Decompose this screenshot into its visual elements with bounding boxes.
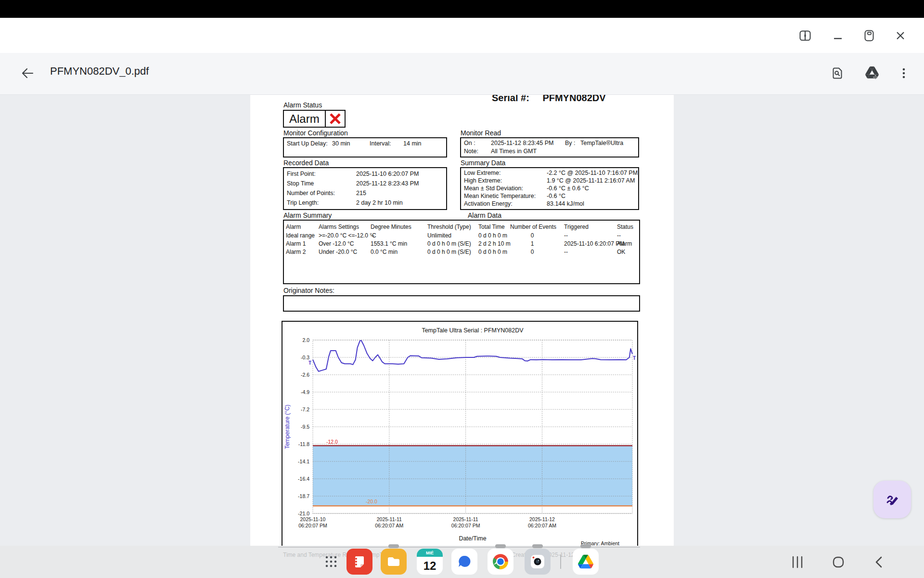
table-cell: 0.0 °C min [371,249,398,255]
series-start-marker: T [308,360,311,366]
temperature-chart: TempTale Ultra Serial : PFMYN082DV2.0-0.… [282,321,638,546]
table-cell: Interval: [370,140,391,147]
add-to-drive-button[interactable] [862,64,882,83]
table-cell: First Point: [287,171,316,177]
running-app-pill [388,544,399,548]
table-cell: Alarm [286,223,301,230]
window-title-bar [0,18,924,53]
y-tick-label: -14.1 [298,459,309,464]
x-tick-label: 2025-11-1006:20:07 PM [298,516,327,528]
table-cell: Alarm 2 [286,249,306,255]
x-tick-label: 2025-11-1106:20:07 PM [451,516,480,528]
alarm-status-value: Alarm [284,111,325,127]
calendar-weekday: MIÉ [417,549,443,557]
status-bar [0,0,924,18]
table-cell: -- [564,232,568,239]
google-drive-icon [578,554,593,569]
table-cell: Alarm 1 [286,240,306,247]
table-cell: 1 [510,240,554,247]
y-tick-label: -11.8 [298,441,309,447]
table-cell: 30 min [332,140,350,147]
messages-app[interactable] [451,549,477,575]
y-tick-label: -7.2 [301,407,309,412]
table-cell: Unlimited [427,232,451,239]
split-screen-icon [798,29,812,42]
table-cell: On : [464,140,475,146]
table-cell: 2025-11-10 6:20:07 PM [356,171,419,177]
originator-notes-box [283,295,640,312]
app-drawer-icon [324,554,338,569]
screen: PFMYN082DV_0.pdf [0,0,924,578]
summary-data-title: Summary Data [461,159,505,167]
y-tick-label: -18.7 [298,493,309,499]
table-cell: Threshold (Type) [427,223,471,230]
y-tick-label: -21.0 [298,511,309,516]
close-icon [894,29,907,42]
x-tick-label: 2025-11-1206:20:07 AM [528,516,556,528]
document-title: PFMYN082DV_0.pdf [50,65,149,78]
pdf-viewport[interactable]: Serial #: PFMYN082DV Alarm Status Alarm … [0,95,924,546]
table-cell: 1.9 °C @ 2025-11-11 2:16:07 AM [547,177,635,184]
google-drive-app[interactable] [573,549,599,575]
annotate-pen-icon [884,491,900,508]
find-in-document-button[interactable] [828,64,847,83]
table-cell: Start Up Delay: [287,140,328,147]
table-cell: 2025-11-10 6:20:07 PM [564,240,624,247]
annotate-fab[interactable] [873,481,911,518]
back-button[interactable] [17,64,37,83]
monitor-configuration-table: Start Up Delay:30 minInterval:14 min [283,137,447,158]
table-cell: 0 d 0 h 0 m [478,249,507,255]
split-screen-button[interactable] [797,27,813,44]
camera-app[interactable] [525,549,551,575]
table-cell: TempTale®Ultra [580,140,623,146]
table-cell: Total Time [478,223,505,230]
table-cell: -- [371,232,374,239]
table-cell: 0 d 0 h 0 m (S/E) [427,249,471,255]
y-tick-label: -0.3 [301,355,309,360]
nav-home-button[interactable] [831,554,846,570]
nav-recents-button[interactable] [790,554,805,570]
calendar-day: 12 [417,557,443,575]
table-cell: All Times in GMT [491,148,537,155]
table-cell: 215 [356,190,366,197]
y-tick-label: -4.9 [301,389,309,395]
table-cell: Triggered [564,223,589,230]
add-to-drive-icon [865,66,879,80]
summary-data-table: Low Extreme:-2.2 °C @ 2025-11-10 7:16:07… [460,167,639,210]
alarm-high-label: -12.0 [326,439,338,445]
minimize-button[interactable] [830,27,846,44]
table-cell: 0 [510,249,554,255]
alarm-low-label: -20.0 [366,499,377,504]
table-cell: Degree Minutes [371,223,411,230]
samsung-notes-app[interactable] [346,549,372,575]
table-cell: >=-20.0 °C <=-12.0 °C [319,232,376,239]
alarm-status-box: Alarm [283,110,346,128]
table-cell: Trip Length: [287,199,319,206]
alarm-status-label: Alarm Status [283,101,322,109]
chrome-app[interactable] [488,549,513,575]
serial-label: Serial #: [492,95,529,103]
y-tick-label: -2.6 [301,372,309,378]
table-cell: 0 [510,232,554,239]
serial-line: Serial #: PFMYN082DV [492,95,606,104]
taskbar-divider [560,554,561,569]
more-options-button[interactable] [894,64,913,83]
app-drawer-button[interactable] [318,549,344,575]
close-button[interactable] [892,27,909,44]
camera-icon [528,552,547,571]
table-cell: 0 d 0 h 0 m [478,232,507,239]
monitor-read-table: On :2025-11-12 8:23:45 PMBy :TempTale®Ul… [460,137,639,158]
alarm-x-icon [329,112,342,125]
restore-button[interactable] [861,27,877,44]
my-files-app[interactable] [381,549,407,575]
table-cell: Number of Points: [287,190,335,197]
table-cell: Under -20.0 °C [319,249,357,255]
table-cell: 0 d 0 h 0 m (S/E) [427,240,471,247]
serial-value: PFMYN082DV [542,95,605,103]
table-cell: Note: [464,148,478,155]
alarm-x-cell [325,111,345,127]
calendar-app[interactable]: MIÉ 12 [417,549,443,575]
table-cell: Mean Kinetic Temperature: [464,193,536,199]
table-cell: -0.6 °C ± 0.6 °C [547,185,589,192]
nav-back-button[interactable] [872,554,887,570]
